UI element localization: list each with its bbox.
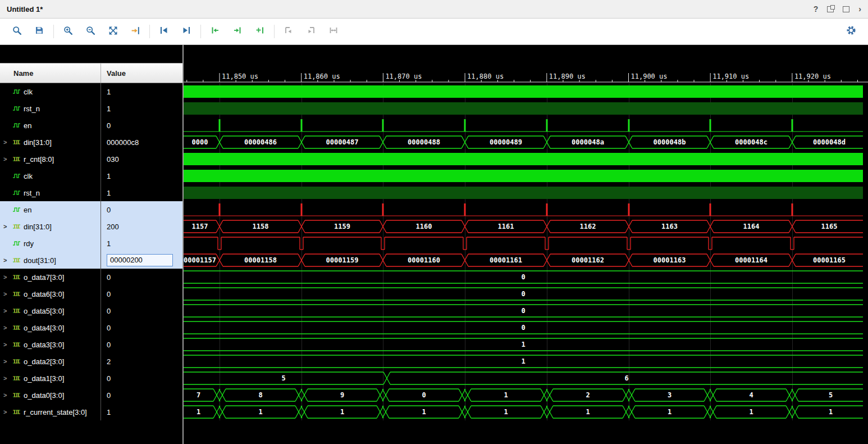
zoom-fit-button[interactable] <box>104 23 121 40</box>
signal-name-cell[interactable]: >dout[31:0] <box>0 252 101 269</box>
signal-name-cell[interactable]: >o_data5[3:0] <box>0 302 101 319</box>
signal-row[interactable]: >r_cnt[8:0]030 <box>0 151 182 167</box>
settings-button[interactable] <box>843 23 860 40</box>
wave-row[interactable]: 789012345 <box>184 387 867 404</box>
expand-chevron-icon[interactable]: > <box>3 375 10 382</box>
signal-value-cell[interactable]: 1 <box>101 100 182 117</box>
signal-row[interactable]: >din[31:0]000000c8 <box>0 134 182 151</box>
restart-button[interactable] <box>207 23 223 40</box>
signal-name-cell[interactable]: rst_n <box>0 100 101 117</box>
wave-row[interactable] <box>184 184 867 201</box>
signal-value-cell[interactable]: 1 <box>101 404 182 420</box>
signal-row[interactable]: en0 <box>0 117 182 134</box>
name-column-header[interactable]: Name <box>0 64 101 83</box>
zoom-to-cursor-button[interactable] <box>127 23 144 40</box>
signal-row[interactable]: >r_current_state[3:0]1 <box>0 404 182 420</box>
wave-row[interactable] <box>184 235 867 252</box>
signal-row[interactable]: >o_data7[3:0]0 <box>0 269 182 286</box>
run-for-button[interactable] <box>252 23 268 40</box>
signal-value-cell[interactable]: 0 <box>101 117 182 134</box>
signal-row[interactable]: rst_n1 <box>0 100 182 117</box>
save-button[interactable] <box>31 23 48 40</box>
wave-row[interactable]: 0000000004860000048700000488000004890000… <box>184 134 867 151</box>
signal-name-cell[interactable]: rst_n <box>0 184 101 201</box>
expand-chevron-icon[interactable]: > <box>3 392 10 398</box>
signal-value-cell[interactable]: 0 <box>101 319 182 336</box>
help-icon[interactable]: ? <box>814 4 819 13</box>
wave-row[interactable]: 0 <box>184 286 867 302</box>
signal-name-cell[interactable]: >o_data6[3:0] <box>0 286 101 302</box>
wave-row[interactable] <box>184 151 867 167</box>
signal-value-cell[interactable]: 1 <box>101 184 182 201</box>
wave-row[interactable]: 0 <box>184 319 867 336</box>
signal-name-cell[interactable]: >din[31:0] <box>0 218 101 235</box>
maximize-icon[interactable] <box>843 6 849 12</box>
zoom-in-button[interactable] <box>60 23 76 40</box>
wave-row[interactable]: 0 <box>184 302 867 319</box>
signal-value-cell[interactable]: 0 <box>101 286 182 302</box>
signal-row[interactable]: >dout[31:0]00000200 <box>0 252 182 269</box>
wave-row[interactable]: 1 <box>184 336 867 353</box>
next-transition-button[interactable] <box>178 23 195 40</box>
signal-value-cell[interactable]: 000000c8 <box>101 134 182 151</box>
signal-value-cell[interactable]: 0 <box>101 370 182 387</box>
wave-row[interactable] <box>184 167 867 184</box>
run-all-button[interactable] <box>229 23 246 40</box>
expand-chevron-icon[interactable]: > <box>3 409 10 415</box>
signal-row[interactable]: en0 <box>0 201 182 218</box>
expand-chevron-icon[interactable]: > <box>3 156 10 162</box>
signal-row[interactable]: clk1 <box>0 83 182 100</box>
wave-row[interactable]: 1 <box>184 353 867 370</box>
previous-transition-button[interactable] <box>156 23 172 40</box>
wave-row[interactable]: 0 <box>184 269 867 286</box>
value-column-header[interactable]: Value <box>101 64 182 83</box>
wave-row[interactable] <box>184 100 867 117</box>
wave-row[interactable]: 111111111 <box>184 404 867 420</box>
signal-row[interactable]: rst_n1 <box>0 184 182 201</box>
signal-row[interactable]: clk1 <box>0 167 182 184</box>
signal-row[interactable]: >o_data4[3:0]0 <box>0 319 182 336</box>
signal-name-cell[interactable]: >o_data3[3:0] <box>0 336 101 353</box>
signal-value-cell[interactable]: 1 <box>101 83 182 100</box>
wave-row[interactable] <box>184 201 867 218</box>
signal-name-cell[interactable]: en <box>0 201 101 218</box>
expand-chevron-icon[interactable]: > <box>3 307 10 314</box>
float-window-icon[interactable] <box>827 6 834 12</box>
signal-row[interactable]: >o_data2[3:0]2 <box>0 353 182 370</box>
signal-name-cell[interactable]: >o_data4[3:0] <box>0 319 101 336</box>
signal-name-cell[interactable]: >din[31:0] <box>0 134 101 151</box>
signal-row[interactable]: >din[31:0]200 <box>0 218 182 235</box>
signal-row[interactable]: >o_data5[3:0]0 <box>0 302 182 319</box>
signal-value-cell[interactable]: 1 <box>101 235 182 252</box>
expand-chevron-icon[interactable]: > <box>3 324 10 331</box>
wave-row[interactable]: 0000115700001158000011590000116000001161… <box>184 252 867 269</box>
signal-name-cell[interactable]: clk <box>0 83 101 100</box>
time-axis[interactable]: 11,850 us11,860 us11,870 us11,880 us11,8… <box>184 45 868 83</box>
signal-name-cell[interactable]: rdy <box>0 235 101 252</box>
wave-row[interactable]: 56 <box>184 370 867 387</box>
waveform-area[interactable]: 11,850 us11,860 us11,870 us11,880 us11,8… <box>184 45 868 444</box>
signal-name-cell[interactable]: clk <box>0 167 101 184</box>
signal-value-cell[interactable]: 0 <box>101 387 182 404</box>
signal-value-cell[interactable]: 200 <box>101 218 182 235</box>
signal-value-cell[interactable]: 0 <box>101 269 182 286</box>
expand-chevron-icon[interactable]: > <box>3 341 10 348</box>
expand-chevron-icon[interactable]: > <box>3 257 10 264</box>
find-button[interactable] <box>8 23 25 40</box>
signal-name-cell[interactable]: >o_data7[3:0] <box>0 269 101 286</box>
signal-row[interactable]: >o_data0[3:0]0 <box>0 387 182 404</box>
signal-value-cell[interactable]: 0 <box>101 336 182 353</box>
signal-row[interactable]: >o_data6[3:0]0 <box>0 286 182 302</box>
signal-value-cell[interactable]: 2 <box>101 353 182 370</box>
more-icon[interactable]: › <box>858 4 861 13</box>
signal-row[interactable]: rdy1 <box>0 235 182 252</box>
wave-row[interactable]: 115711581159116011611162116311641165 <box>184 218 867 235</box>
wave-row[interactable] <box>184 117 867 134</box>
expand-chevron-icon[interactable]: > <box>3 358 10 365</box>
signal-value-cell[interactable]: 030 <box>101 151 182 167</box>
signal-name-cell[interactable]: >o_data1[3:0] <box>0 370 101 387</box>
expand-chevron-icon[interactable]: > <box>3 291 10 297</box>
expand-chevron-icon[interactable]: > <box>3 274 10 280</box>
signal-value-cell[interactable]: 0 <box>101 302 182 319</box>
signal-row[interactable]: >o_data3[3:0]0 <box>0 336 182 353</box>
